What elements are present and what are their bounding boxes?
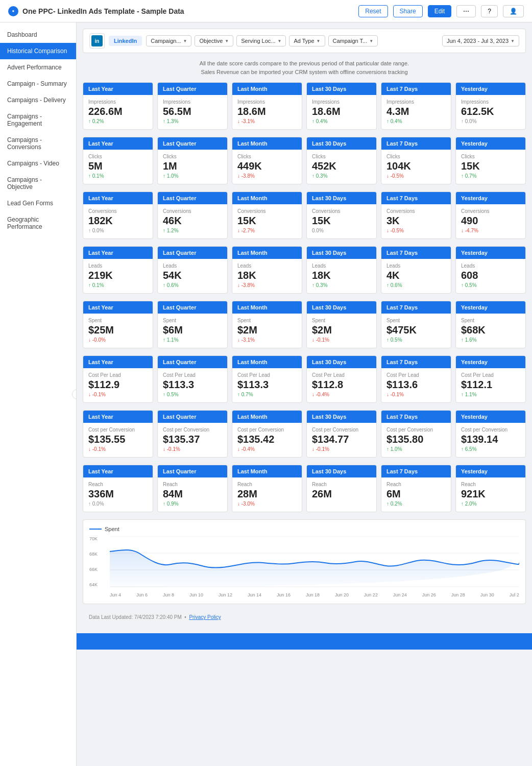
chart-legend-line [89,529,102,530]
card-body-6-2: Cost per Conversion$135.42↓ -0.4% [232,423,302,457]
card-value: 46K [163,215,222,226]
card-metric-label: Cost per Conversion [461,427,520,433]
more-button[interactable]: ⋯ [456,5,476,17]
card-change: ↑ 1.6% [461,337,520,343]
card-metric-label: Leads [163,263,222,269]
card-header-1-2: Last Month [232,137,302,150]
chart-x-label: Jun 16 [277,592,291,597]
card-value: $112.1 [461,379,520,390]
card-7-0: Last YearReach336M↑ 0.0% [83,465,153,512]
card-section-reach: Last YearReach336M↑ 0.0%Last QuarterReac… [83,465,526,512]
card-header-4-4: Last 7 Days [381,301,451,314]
card-value: 56.5M [163,106,222,117]
card-change: ↑ 0.7% [237,392,297,397]
card-change: ↓ -3.8% [237,173,297,179]
linkedin-tab[interactable]: LinkedIn [109,36,142,46]
card-metric-label: Impressions [163,99,222,105]
sidebar-item-campaigns-engagement[interactable]: Campaigns - Engagement [0,108,76,132]
card-body-7-2: Reach28M↓ -3.0% [232,477,302,512]
card-change: ↓ -3.1% [237,118,297,124]
card-header-5-3: Last 30 Days [307,356,376,368]
card-metric-label: Leads [237,263,297,269]
cards-grid-0: Last YearImpressions226.6M↑ 0.2%Last Qua… [83,82,526,130]
footer-text: Data Last Updated: 7/4/2023 7:20:40 PM •… [83,611,526,623]
card-value: 182K [88,215,148,226]
filter-dropdown-campaign[interactable]: Campaign...▼ [146,35,191,46]
date-range-picker[interactable]: Jun 4, 2023 - Jul 3, 2023 ▼ [442,35,519,46]
reset-button[interactable]: Reset [358,5,388,17]
sidebar-item-campaigns-delivery[interactable]: Campaigns - Delivery [0,92,76,108]
filter-dropdown-ad-type[interactable]: Ad Type▼ [289,35,325,46]
card-body-7-0: Reach336M↑ 0.0% [83,477,153,512]
filter-label-ad-type: Ad Type [294,38,314,44]
card-change: ↑ 0.5% [163,392,222,397]
card-header-7-3: Last 30 Days [307,465,376,477]
filter-dropdown-serving-location[interactable]: Serving Loc...▼ [236,35,286,46]
card-metric-label: Reach [88,482,148,487]
sidebar-collapse-button[interactable]: ‹ [72,389,77,399]
sidebar-item-geographic-performance[interactable]: Geographic Performance [0,211,76,235]
card-metric-label: Impressions [88,99,148,105]
data-last-updated: Data Last Updated: 7/4/2023 7:20:40 PM [89,614,182,620]
card-header-3-1: Last Quarter [158,247,227,259]
card-metric-label: Clicks [163,154,222,159]
card-body-1-1: Clicks1M↑ 1.0% [158,150,227,184]
card-value: $6M [163,324,222,336]
card-3-4: Last 7 DaysLeads4K↑ 0.6% [381,246,451,294]
card-body-7-5: Reach921K↑ 2.0% [456,477,525,512]
chart-legend-label: Spent [105,526,119,532]
card-header-4-0: Last Year [83,301,153,314]
card-header-1-4: Last 7 Days [381,137,451,150]
card-body-6-5: Cost per Conversion$139.14↑ 6.5% [456,423,525,457]
chart-x-label: Jun 10 [189,592,203,597]
filter-label-campaign: Campaign... [151,38,181,44]
sidebar-item-campaigns-conversions[interactable]: Campaigns - Conversions [0,132,76,155]
share-button[interactable]: Share [393,5,423,17]
card-metric-label: Impressions [386,99,446,105]
cards-grid-4: Last YearSpent$25M↓ -0.0%Last QuarterSpe… [83,301,526,348]
cards-grid-1: Last YearClicks5M↑ 0.1%Last QuarterClick… [83,137,526,184]
layout: DashboardHistorical ComparisonAdvert Per… [0,22,532,650]
card-header-4-5: Yesterday [456,301,525,314]
filter-dropdown-objective[interactable]: Objective▼ [195,35,233,46]
card-body-1-3: Clicks452K↑ 0.3% [307,150,376,184]
chart-legend: Spent [89,526,519,532]
date-range-label: Jun 4, 2023 - Jul 3, 2023 [447,38,509,44]
chart-x-label: Jun 6 [136,592,148,597]
card-body-5-3: Cost Per Lead$112.8↓ -0.4% [307,368,376,402]
card-6-5: YesterdayCost per Conversion$139.14↑ 6.5… [455,410,526,458]
card-header-7-0: Last Year [83,465,153,477]
card-header-0-0: Last Year [83,83,153,95]
card-change: ↑ 6.5% [461,446,520,452]
filter-dropdown-campaign-type[interactable]: Campaign T...▼ [328,35,378,46]
card-header-2-1: Last Quarter [158,192,227,204]
topbar: ● One PPC- LinkedIn Ads Template - Sampl… [0,0,532,22]
card-body-5-0: Cost Per Lead$112.9↓ -0.1% [83,368,153,402]
sidebar-item-advert-performance[interactable]: Advert Performance [0,59,76,76]
chart-y-labels: 70K68K66K64K [89,536,108,587]
card-4-1: Last QuarterSpent$6M↑ 1.1% [157,301,228,348]
card-body-7-3: Reach26M [307,477,376,506]
account-button[interactable]: 👤 [503,5,524,17]
card-change: ↓ -3.0% [237,501,297,507]
card-header-2-2: Last Month [232,192,302,204]
card-value: 226.6M [88,106,148,117]
sidebar-item-lead-gen-forms[interactable]: Lead Gen Forms [0,195,76,211]
card-change: ↓ -0.1% [386,392,446,397]
chart-x-label: Jun 4 [110,592,121,597]
sidebar-item-campaign-summary[interactable]: Campaign - Summary [0,76,76,92]
card-change: 0.0% [312,228,371,233]
sidebar-item-dashboard[interactable]: Dashboard [0,27,76,43]
edit-button[interactable]: Edit [428,5,452,17]
sidebar-item-historical-comparison[interactable]: Historical Comparison [0,43,76,59]
sidebar-item-campaigns-objective[interactable]: Campaigns - Objective [0,172,76,195]
card-header-3-3: Last 30 Days [307,247,376,259]
privacy-policy-link[interactable]: Privacy Policy [189,614,221,620]
card-body-6-1: Cost per Conversion$135.37↓ -0.1% [158,423,227,457]
help-button[interactable]: ? [481,5,498,17]
sidebar-item-campaigns-video[interactable]: Campaigns - Video [0,155,76,172]
card-value: $25M [88,324,148,336]
card-value: 18K [312,270,371,281]
card-body-6-0: Cost per Conversion$135.55↓ -0.1% [83,423,153,457]
card-metric-label: Cost per Conversion [88,427,148,433]
